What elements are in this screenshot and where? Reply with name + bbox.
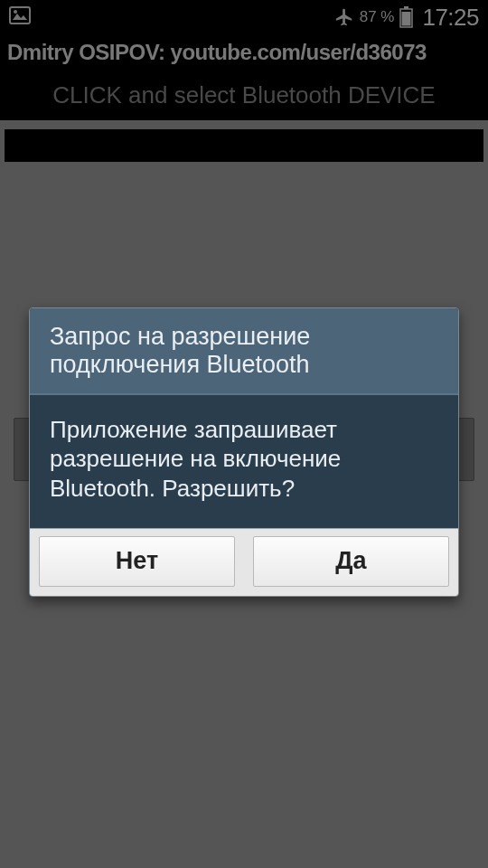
dialog-message: Приложение запрашивает разрешение на вкл… xyxy=(50,415,438,503)
dialog-body: Приложение запрашивает разрешение на вкл… xyxy=(30,395,458,528)
dialog-header: Запрос на разрешение подключения Bluetoo… xyxy=(30,308,458,395)
dialog-no-button[interactable]: Нет xyxy=(39,536,235,587)
bluetooth-permission-dialog: Запрос на разрешение подключения Bluetoo… xyxy=(29,307,459,597)
dialog-no-label: Нет xyxy=(116,547,158,575)
dialog-button-row: Нет Да xyxy=(30,528,458,596)
dialog-title: Запрос на разрешение подключения Bluetoo… xyxy=(50,323,438,379)
dialog-yes-button[interactable]: Да xyxy=(253,536,449,587)
dialog-yes-label: Да xyxy=(335,547,366,575)
